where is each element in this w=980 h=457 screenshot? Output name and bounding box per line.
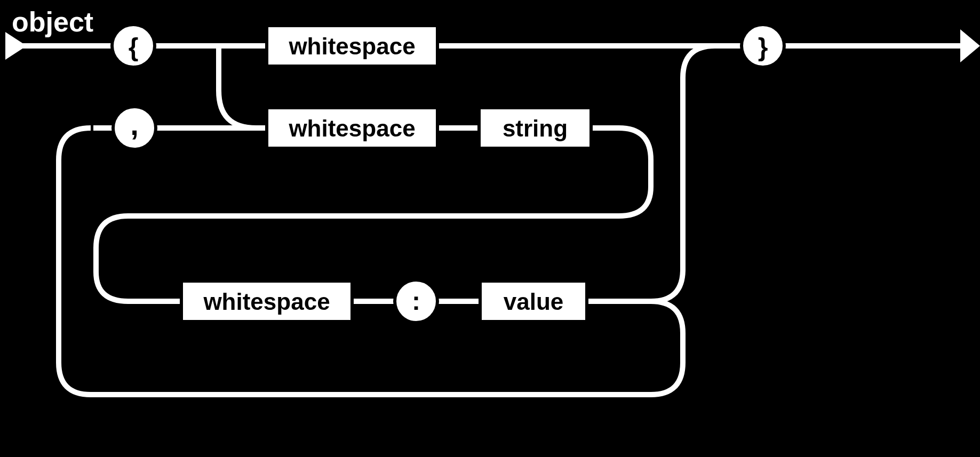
rail-drop-to-row2 (219, 46, 267, 128)
svg-text:whitespace: whitespace (203, 288, 330, 315)
nonterminal-value: value (480, 281, 587, 322)
nonterminal-string: string (479, 108, 591, 148)
diagram-title: object (12, 6, 93, 37)
svg-text:whitespace: whitespace (288, 33, 415, 59)
terminal-comma: , (113, 107, 156, 149)
terminal-close-brace: } (742, 25, 784, 67)
terminal-open-brace: { (112, 25, 155, 67)
svg-text:}: } (758, 33, 768, 61)
exit-arrow-icon (960, 29, 980, 62)
nonterminal-whitespace-bottom: whitespace (181, 281, 352, 322)
svg-text:{: { (129, 33, 139, 61)
rail-loopback (59, 128, 683, 395)
nonterminal-whitespace-mid: whitespace (267, 108, 437, 148)
terminal-colon: : (395, 280, 437, 323)
nonterminal-whitespace-top: whitespace (267, 26, 437, 66)
railroad-diagram: object { } whitespace , whitespace (0, 0, 980, 457)
rail-row2-to-row3 (96, 128, 651, 301)
svg-text:whitespace: whitespace (288, 115, 415, 141)
svg-text:value: value (504, 288, 564, 315)
svg-text:string: string (503, 115, 568, 141)
svg-text::: : (412, 287, 420, 315)
svg-text:,: , (130, 108, 139, 141)
